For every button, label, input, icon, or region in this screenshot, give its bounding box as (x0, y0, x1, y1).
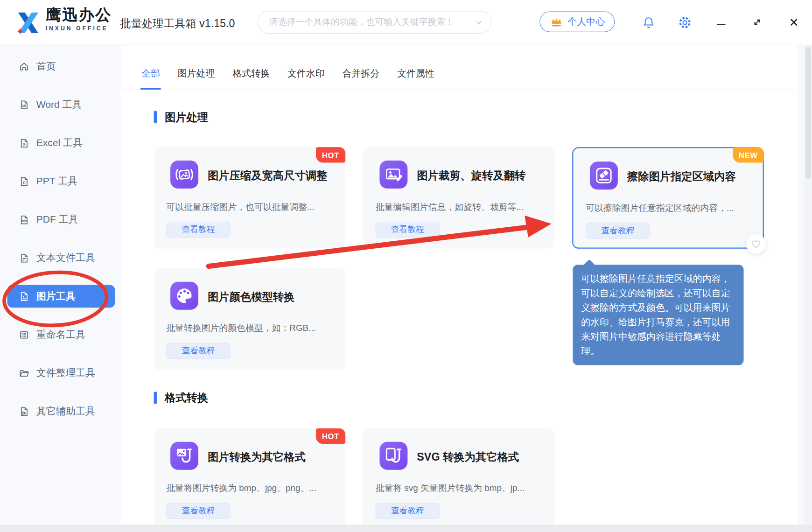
user-center-label: 个人中心 (567, 15, 605, 28)
card-image-convert[interactable]: HOT 图片转换为其它格式 批量将图片转换为 bmp、jpg、png、... 查… (154, 428, 346, 530)
minimize-button[interactable] (714, 17, 727, 28)
chevron-down-icon (475, 18, 483, 26)
search-input[interactable] (268, 17, 475, 28)
sidebar-item-organize[interactable]: 文件整理工具 (7, 362, 115, 385)
minimize-icon (716, 24, 725, 25)
view-tutorial-button[interactable]: 查看教程 (376, 503, 440, 519)
user-center-button[interactable]: 个人中心 (539, 11, 615, 32)
settings-button[interactable] (677, 15, 692, 29)
main-panel: 全部 图片处理 格式转换 文件水印 合并拆分 文件属性 图片处理 HOT 图片压… (121, 44, 798, 532)
folder-icon (19, 368, 29, 378)
svg-text:X: X (23, 142, 26, 147)
hot-badge: HOT (316, 428, 345, 444)
card-description: 批量将图片转换为 bmp、jpg、png、... (166, 482, 338, 494)
view-tutorial-button[interactable]: 查看教程 (586, 223, 650, 238)
tooltip-text: 可以擦除图片任意指定区域的内容，可以自定义的绘制选区，还可以自定义擦除的方式及颜… (581, 273, 730, 357)
sidebar-item-image[interactable]: 图片工具 (7, 285, 115, 308)
tab-all[interactable]: 全部 (140, 67, 161, 80)
sidebar: 首页 W Word 工具 X Excel 工具 P PPT 工具 PDF PDF… (0, 44, 121, 525)
rename-list-icon (19, 329, 29, 340)
tab-format-convert[interactable]: 格式转换 (231, 67, 271, 80)
function-search-select[interactable] (258, 11, 492, 34)
view-tutorial-button[interactable]: 查看教程 (376, 222, 440, 238)
svg-text:PDF: PDF (21, 220, 27, 223)
brand-name-en: INXUN OFFICE (46, 26, 112, 32)
notifications-button[interactable] (642, 15, 655, 29)
crown-icon (549, 15, 563, 28)
gear-icon (678, 15, 692, 29)
image-doc-icon (19, 291, 29, 301)
image-compress-icon (170, 161, 198, 189)
close-icon (788, 17, 799, 28)
window-bottom-edge (0, 525, 812, 532)
brand-block: 鹰迅办公 INXUN OFFICE (46, 7, 112, 32)
sidebar-item-word[interactable]: W Word 工具 (7, 93, 115, 116)
sidebar-item-rename[interactable]: 重命名工具 (7, 323, 115, 346)
card-crop-rotate[interactable]: 图片裁剪、旋转及翻转 批量编辑图片信息，如旋转、裁剪等... 查看教程 (363, 147, 555, 249)
vertical-scrollbar[interactable] (804, 44, 812, 525)
word-doc-icon: W (19, 99, 29, 110)
image-edit-icon (379, 161, 407, 189)
card-title: 图片裁剪、旋转及翻转 (417, 168, 525, 183)
tab-image-process[interactable]: 图片处理 (176, 67, 216, 80)
resize-diagonal-icon (751, 17, 763, 28)
svg-text:W: W (22, 104, 26, 108)
scrollbar-thumb[interactable] (805, 47, 811, 179)
section-title-format-convert: 格式转换 (154, 391, 209, 405)
ppt-doc-icon: P (19, 176, 29, 187)
sidebar-item-helper[interactable]: 其它辅助工具 (7, 400, 115, 423)
card-erase[interactable]: NEW 擦除图片指定区域内容 可以擦除图片任意指定区域的内容，... 查看教程 (572, 147, 764, 249)
card-compress[interactable]: HOT 图片压缩及宽高尺寸调整 可以批量压缩图片，也可以批量调整... 查看教程 (154, 147, 346, 249)
view-tutorial-button[interactable]: 查看教程 (166, 503, 231, 519)
section-accent-bar (154, 111, 157, 124)
cards-grid-format-convert: HOT 图片转换为其它格式 批量将图片转换为 bmp、jpg、png、... 查… (154, 428, 765, 530)
maximize-restore-button[interactable] (751, 16, 763, 28)
card-title: SVG 转换为其它格式 (417, 449, 519, 464)
card-title: 图片压缩及宽高尺寸调整 (208, 168, 327, 183)
home-icon (19, 61, 29, 71)
tab-merge-split[interactable]: 合并拆分 (341, 67, 380, 80)
sidebar-item-text[interactable]: 文本文件工具 (7, 246, 115, 269)
card-description: 可以擦除图片任意指定区域的内容，... (586, 202, 757, 214)
pdf-doc-icon: PDF (19, 214, 29, 225)
feature-tooltip: 可以擦除图片任意指定区域的内容，可以自定义的绘制选区，还可以自定义擦除的方式及颜… (573, 265, 743, 365)
helper-doc-icon (19, 406, 29, 417)
card-color-model[interactable]: 图片颜色模型转换 批量转换图片的颜色模型，如：RGB... 查看教程 (154, 268, 346, 370)
app-window: 鹰迅办公 INXUN OFFICE 批量处理工具箱 v1.15.0 个人中心 (0, 0, 812, 532)
sidebar-item-pdf[interactable]: PDF PDF 工具 (7, 208, 115, 231)
app-logo-icon (14, 10, 42, 36)
sidebar-item-home[interactable]: 首页 (7, 55, 115, 78)
bell-icon (642, 15, 655, 29)
brand-name-cn: 鹰迅办公 (46, 7, 112, 23)
palette-icon (170, 282, 198, 310)
text-doc-icon (19, 252, 29, 263)
hot-badge: HOT (316, 147, 345, 162)
new-badge: NEW (733, 147, 764, 162)
app-title: 批量处理工具箱 v1.15.0 (120, 16, 235, 30)
section-title-image-processing: 图片处理 (154, 110, 209, 124)
view-tutorial-button[interactable]: 查看教程 (166, 343, 231, 359)
tab-watermark[interactable]: 文件水印 (287, 67, 326, 80)
card-title: 图片转换为其它格式 (208, 449, 306, 464)
image-convert-icon (170, 442, 198, 470)
card-description: 批量编辑图片信息，如旋转、裁剪等... (376, 201, 547, 213)
section-accent-bar (154, 392, 157, 404)
eraser-icon (590, 161, 618, 189)
sidebar-item-excel[interactable]: X Excel 工具 (7, 132, 115, 154)
tab-file-attr[interactable]: 文件属性 (396, 67, 435, 80)
category-tabs: 全部 图片处理 格式转换 文件水印 合并拆分 文件属性 (121, 44, 798, 90)
card-title: 擦除图片指定区域内容 (627, 169, 736, 184)
svg-text:P: P (23, 180, 26, 185)
card-description: 批量将 svg 矢量图片转换为 bmp、jp... (376, 482, 547, 494)
card-description: 批量转换图片的颜色模型，如：RGB... (166, 322, 338, 334)
card-description: 可以批量压缩图片，也可以批量调整... (166, 201, 338, 213)
card-title: 图片颜色模型转换 (208, 289, 294, 304)
card-svg-convert[interactable]: SVG 转换为其它格式 批量将 svg 矢量图片转换为 bmp、jp... 查看… (363, 428, 555, 530)
favorite-heart-icon[interactable] (746, 234, 766, 254)
svg-convert-icon (379, 442, 407, 470)
close-button[interactable] (788, 16, 800, 28)
sidebar-item-ppt[interactable]: P PPT 工具 (7, 170, 115, 193)
excel-doc-icon: X (19, 138, 29, 148)
titlebar: 鹰迅办公 INXUN OFFICE 批量处理工具箱 v1.15.0 个人中心 (0, 0, 812, 45)
view-tutorial-button[interactable]: 查看教程 (166, 222, 231, 238)
